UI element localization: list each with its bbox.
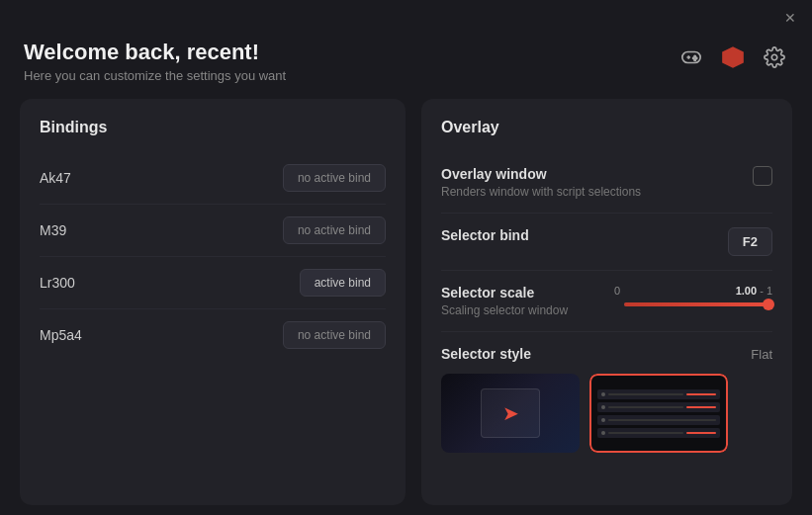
- selected-border: [589, 374, 728, 453]
- selector-style-row: Selector style Flat ➤: [441, 332, 772, 463]
- selector-style-current: Flat: [751, 347, 772, 362]
- preview-line-red: [686, 406, 716, 408]
- preview-flat-row-1: [597, 389, 720, 399]
- svg-marker-5: [722, 46, 744, 68]
- preview-dot: [601, 418, 605, 422]
- binding-lr300: Lr300 active bind: [40, 257, 386, 309]
- header-icons: [677, 43, 788, 71]
- header: Welcome back, recent! Here you can custo…: [0, 32, 812, 99]
- overlay-window-checkbox[interactable]: [753, 166, 772, 186]
- binding-mp5a4-name: Mp5a4: [40, 327, 82, 343]
- binding-m39: M39 no active bind: [40, 205, 386, 257]
- controller-icon[interactable]: [677, 43, 705, 71]
- preview-line-red: [686, 393, 716, 395]
- logo-icon[interactable]: [719, 43, 747, 71]
- preview-dot: [601, 405, 605, 409]
- main-content: Bindings Ak47 no active bind M39 no acti…: [0, 99, 812, 505]
- overlay-window-label: Overlay window: [441, 166, 641, 182]
- preview-dot: [601, 392, 605, 396]
- selector-style-label: Selector style: [441, 346, 531, 362]
- selector-bind-row: Selector bind F2: [441, 214, 772, 271]
- slider-current-value: 1.00: [736, 285, 757, 297]
- binding-ak47: Ak47 no active bind: [40, 152, 386, 205]
- selector-scale-slider[interactable]: [624, 302, 772, 306]
- binding-m39-name: M39: [40, 222, 66, 238]
- preview-flat-row-2: [597, 402, 720, 412]
- app-window: ✕ Welcome back, recent! Here you can cus…: [0, 0, 812, 515]
- slider-max: 1: [767, 285, 772, 297]
- preview-line: [608, 419, 716, 421]
- overlay-window-row: Overlay window Renders window with scrip…: [441, 152, 772, 214]
- preview-line-red: [686, 432, 716, 434]
- selector-scale-text: Selector scale Scaling selector window: [441, 285, 568, 317]
- preview-line: [608, 393, 683, 395]
- selector-bind-text: Selector bind: [441, 227, 529, 243]
- style-preview-flat[interactable]: [589, 374, 728, 453]
- preview-flat-row-4: [597, 428, 720, 438]
- svg-rect-0: [682, 52, 700, 63]
- style-preview-dark[interactable]: ➤: [441, 374, 580, 453]
- overlay-title: Overlay: [441, 119, 772, 136]
- preview-line: [608, 406, 683, 408]
- binding-lr300-badge[interactable]: active bind: [300, 269, 386, 297]
- gear-icon[interactable]: [761, 43, 788, 71]
- preview-dot: [601, 431, 605, 435]
- preview-line: [608, 432, 683, 434]
- preview-dark-arrow: ➤: [502, 401, 519, 425]
- svg-point-2: [693, 57, 694, 58]
- svg-point-1: [694, 55, 695, 56]
- slider-min: 0: [614, 285, 620, 297]
- overlay-panel: Overlay Overlay window Renders window wi…: [421, 99, 792, 505]
- slider-thumb[interactable]: [763, 299, 774, 310]
- binding-mp5a4-badge[interactable]: no active bind: [283, 321, 386, 349]
- welcome-title: Welcome back, recent!: [24, 40, 286, 65]
- preview-dark-inner: ➤: [481, 388, 540, 438]
- slider-fill: [624, 302, 772, 306]
- header-text: Welcome back, recent! Here you can custo…: [24, 40, 286, 83]
- slider-labels: 0 1.00 - 1: [614, 285, 772, 297]
- binding-lr300-name: Lr300: [40, 275, 75, 291]
- selector-scale-slider-container: 0 1.00 - 1: [614, 285, 772, 306]
- svg-point-6: [771, 54, 777, 60]
- selector-style-header: Selector style Flat: [441, 346, 772, 362]
- selector-scale-row: Selector scale Scaling selector window 0…: [441, 271, 772, 332]
- selector-scale-label: Selector scale: [441, 285, 568, 300]
- preview-flat-row-3: [597, 415, 720, 425]
- selector-bind-label: Selector bind: [441, 227, 529, 243]
- selector-scale-description: Scaling selector window: [441, 303, 568, 317]
- selector-bind-value[interactable]: F2: [728, 227, 772, 256]
- binding-ak47-badge[interactable]: no active bind: [283, 164, 386, 192]
- welcome-subtitle: Here you can customize the settings you …: [24, 68, 286, 83]
- overlay-window-text: Overlay window Renders window with scrip…: [441, 166, 641, 199]
- style-previews: ➤: [441, 374, 772, 453]
- binding-ak47-name: Ak47: [40, 170, 71, 186]
- slider-separator: -: [760, 285, 767, 297]
- binding-m39-badge[interactable]: no active bind: [283, 216, 386, 244]
- svg-point-4: [694, 59, 695, 60]
- binding-mp5a4: Mp5a4 no active bind: [40, 309, 386, 361]
- bindings-panel: Bindings Ak47 no active bind M39 no acti…: [20, 99, 406, 505]
- title-bar: ✕: [0, 0, 812, 32]
- overlay-window-description: Renders window with script selections: [441, 185, 641, 199]
- close-button[interactable]: ✕: [780, 8, 800, 28]
- bindings-title: Bindings: [40, 119, 386, 136]
- svg-point-3: [695, 57, 696, 58]
